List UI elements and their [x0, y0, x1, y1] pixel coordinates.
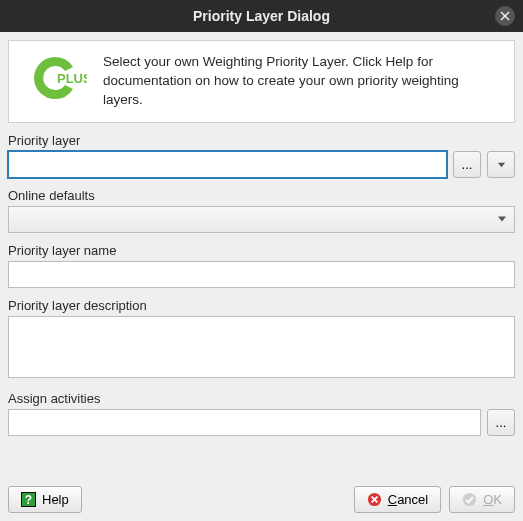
- assign-activities-label: Assign activities: [8, 391, 515, 406]
- ok-button[interactable]: OK: [449, 486, 515, 513]
- close-icon: [500, 11, 510, 21]
- field-online-defaults: Online defaults: [8, 188, 515, 233]
- window-title: Priority Layer Dialog: [193, 8, 330, 24]
- cancel-icon: [367, 492, 382, 507]
- priority-layer-label: Priority layer: [8, 133, 515, 148]
- svg-marker-3: [497, 162, 504, 167]
- priority-layer-name-input[interactable]: [8, 261, 515, 288]
- assign-activities-browse-button[interactable]: ...: [487, 409, 515, 436]
- cancel-button-label: Cancel: [388, 492, 428, 507]
- ok-icon: [462, 492, 477, 507]
- svg-point-7: [463, 493, 476, 506]
- priority-layer-dropdown-button[interactable]: [487, 151, 515, 178]
- field-priority-layer-name: Priority layer name: [8, 243, 515, 288]
- svg-text:PLUS: PLUS: [57, 71, 87, 86]
- dialog-body: PLUS Select your own Weighting Priority …: [0, 32, 523, 521]
- intro-box: PLUS Select your own Weighting Priority …: [8, 40, 515, 123]
- field-priority-layer-description: Priority layer description: [8, 298, 515, 381]
- intro-text: Select your own Weighting Priority Layer…: [103, 53, 500, 110]
- cancel-button[interactable]: Cancel: [354, 486, 441, 513]
- priority-layer-description-input[interactable]: [8, 316, 515, 378]
- help-button[interactable]: ? Help: [8, 486, 82, 513]
- dialog-footer: ? Help Cancel OK: [8, 478, 515, 513]
- close-button[interactable]: [495, 6, 515, 26]
- priority-layer-browse-button[interactable]: ...: [453, 151, 481, 178]
- ok-button-label: OK: [483, 492, 502, 507]
- cplus-logo: PLUS: [23, 53, 87, 103]
- titlebar: Priority Layer Dialog: [0, 0, 523, 32]
- field-priority-layer: Priority layer ...: [8, 133, 515, 178]
- footer-spacer: [90, 486, 346, 513]
- field-assign-activities: Assign activities ...: [8, 391, 515, 436]
- priority-layer-description-label: Priority layer description: [8, 298, 515, 313]
- help-button-label: Help: [42, 492, 69, 507]
- priority-layer-name-label: Priority layer name: [8, 243, 515, 258]
- chevron-down-icon: [497, 160, 506, 169]
- assign-activities-input[interactable]: [8, 409, 481, 436]
- priority-layer-input[interactable]: [8, 151, 447, 178]
- online-defaults-select[interactable]: [8, 206, 515, 233]
- online-defaults-label: Online defaults: [8, 188, 515, 203]
- help-icon: ?: [21, 492, 36, 507]
